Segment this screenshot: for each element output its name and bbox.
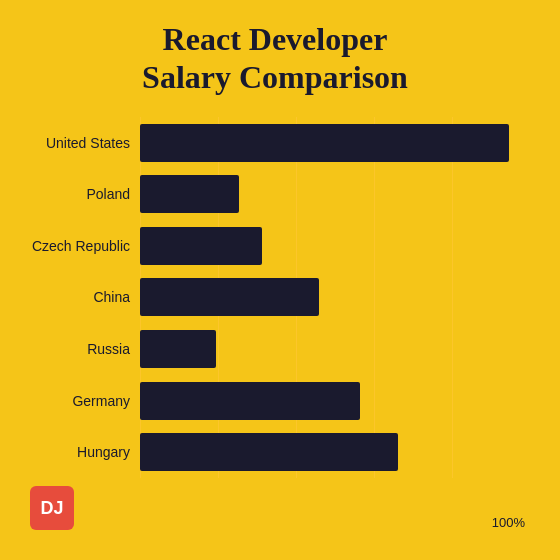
chart-wrapper: United StatesPolandCzech RepublicChinaRu… [20,117,530,478]
dj-logo: DJ [30,486,74,530]
bar-fill [140,433,398,471]
bar-fill [140,278,319,316]
bar-label: Poland [20,186,130,202]
bar-fill [140,227,262,265]
page-container: React Developer Salary Comparison United… [0,0,560,560]
bar-fill [140,382,360,420]
bar-row: China [20,278,530,316]
bars-container: United StatesPolandCzech RepublicChinaRu… [20,117,530,478]
bar-label: Russia [20,341,130,357]
bar-row: United States [20,124,530,162]
bar-label: Hungary [20,444,130,460]
bar-label: Czech Republic [20,238,130,254]
bar-row: Hungary [20,433,530,471]
bar-label: Germany [20,393,130,409]
percent-label: 100% [492,515,530,530]
bar-fill [140,124,509,162]
chart-title: React Developer Salary Comparison [20,20,530,97]
bar-fill [140,330,216,368]
bar-row: Russia [20,330,530,368]
bar-label: China [20,289,130,305]
bar-row: Germany [20,382,530,420]
bar-label: United States [20,135,130,151]
bar-row: Poland [20,175,530,213]
bar-fill [140,175,239,213]
footer: DJ 100% [20,486,530,530]
bar-row: Czech Republic [20,227,530,265]
